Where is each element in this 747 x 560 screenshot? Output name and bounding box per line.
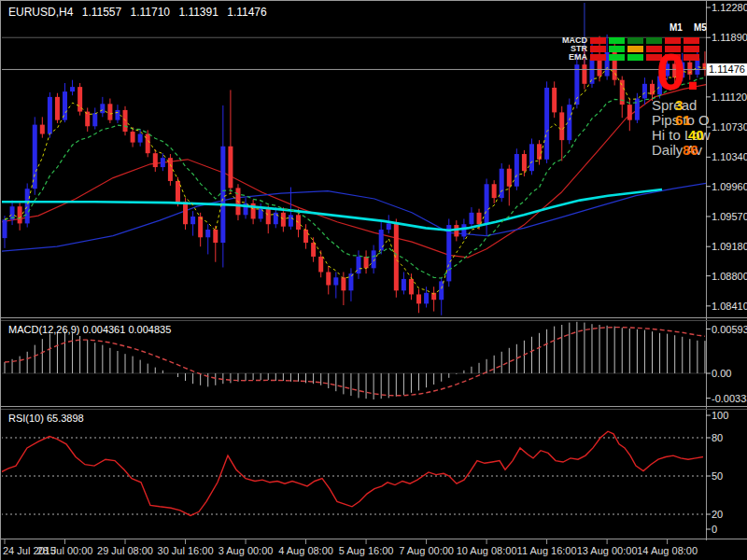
- signal-cell-red: [590, 37, 606, 44]
- signal-cell-lime: [609, 54, 625, 61]
- price-tick-label: 1.10730: [712, 122, 747, 133]
- time-axis[interactable]: 24 Jul 201528 Jul 00:0029 Jul 08:0030 Ju…: [1, 545, 707, 560]
- macd-tick-label: 0.005935: [712, 325, 747, 335]
- stat-value: 86: [683, 142, 698, 158]
- signal-cell-lime: [609, 46, 625, 52]
- price-tick-label: 1.09180: [712, 242, 747, 252]
- signal-cell-lime: [609, 37, 625, 44]
- time-tick-label: 3 Aug 00:00: [218, 545, 274, 556]
- price-tick-label: 1.09570: [712, 212, 747, 222]
- macd-tick-label: 0.00: [712, 369, 731, 379]
- price-tick-label: 1.11120: [712, 92, 747, 103]
- price-tick-label: 1.08410: [712, 301, 747, 312]
- chart-ohlc-header: EURUSD,H4 1.11557 1.11710 1.11391 1.1147…: [8, 6, 273, 19]
- time-tick-label: 14 Aug 08:00: [637, 545, 698, 556]
- stat-line: Daily Av86: [652, 142, 707, 157]
- price-tick-label: 1.09960: [712, 182, 747, 192]
- stat-value: 3: [675, 97, 683, 113]
- rsi-indicator-title: RSI(10) 65.3898: [8, 413, 84, 424]
- stat-line: Hi to Low40: [652, 127, 707, 142]
- price-tick-label: 1.10340: [712, 152, 747, 162]
- chart-canvas[interactable]: [1, 1, 747, 560]
- timeframe-header-m1: M1: [669, 22, 683, 33]
- rsi-tick-label: 50: [712, 471, 723, 482]
- time-tick-label: 28 Jul 00:00: [37, 545, 93, 556]
- signal-cell-red: [590, 46, 606, 52]
- price-tick-label: 1.11890: [712, 33, 747, 43]
- time-tick-label: 4 Aug 08:00: [278, 545, 333, 556]
- low-value: 1.11391: [178, 6, 218, 19]
- time-tick-label: 13 Aug 00:00: [577, 545, 638, 556]
- rsi-panel: [1, 431, 706, 515]
- current-price-tag: 1.11476: [707, 63, 747, 76]
- rsi-tick-label: 100: [712, 411, 728, 421]
- signal-cell-orange: [627, 46, 643, 52]
- pip-counter-value: 0.: [656, 46, 700, 98]
- high-value: 1.11710: [131, 6, 171, 19]
- price-tick-label: 1.08800: [712, 272, 747, 282]
- rsi-tick-label: 20: [712, 510, 723, 520]
- time-tick-label: 30 Jul 16:00: [158, 545, 214, 556]
- time-tick-label: 5 Aug 16:00: [339, 545, 394, 556]
- signal-cell-darkgreen: [627, 37, 643, 44]
- stat-value: 40: [688, 127, 704, 143]
- rsi-tick-label: 0: [712, 525, 717, 535]
- signal-cell-lime: [627, 54, 643, 61]
- time-tick-label: 29 Jul 08:00: [97, 545, 153, 556]
- mt4-chart-window: EURUSD,H4 1.11557 1.11710 1.11391 1.1147…: [0, 0, 747, 560]
- timeframe-header-m5: M5: [694, 22, 707, 33]
- signal-cell-red: [590, 54, 606, 61]
- stat-value: 61: [675, 112, 691, 128]
- close-value: 1.11476: [227, 6, 267, 19]
- stat-line: Spread3: [652, 97, 707, 112]
- rsi-tick-label: 80: [712, 433, 723, 443]
- stat-line: Pips to O61: [652, 112, 707, 127]
- price-tick-label: 1.12280: [712, 3, 747, 13]
- market-stats-overlay: Spread3Pips to O61Hi to Low40Daily Av86: [652, 97, 707, 157]
- open-value: 1.11557: [82, 6, 122, 19]
- macd-tick-label: -0.003331: [712, 394, 747, 404]
- symbol-period-label: EURUSD,H4: [8, 6, 73, 19]
- time-tick-label: 10 Aug 08:00: [457, 545, 517, 556]
- signal-row-label-ema: EMA: [559, 53, 590, 62]
- macd-indicator-title: MACD(12,26,9) 0.004361 0.004835: [8, 324, 171, 335]
- time-tick-label: 7 Aug 00:00: [399, 545, 454, 556]
- time-tick-label: 11 Aug 16:00: [517, 545, 577, 556]
